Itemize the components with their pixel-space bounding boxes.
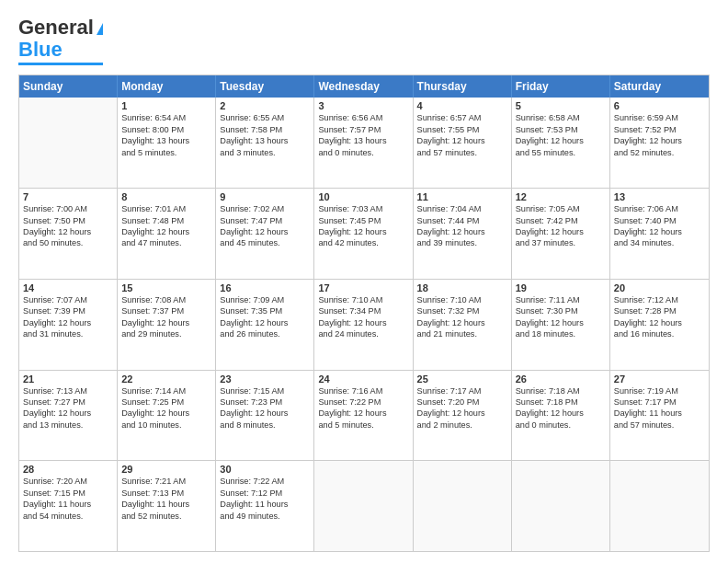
cell-info-line: and 57 minutes. (417, 147, 507, 158)
cell-info-line: Sunrise: 7:05 AM (516, 203, 606, 214)
day-cell-24: 24Sunrise: 7:16 AMSunset: 7:22 PMDayligh… (314, 371, 413, 461)
cell-info-line: Sunset: 8:00 PM (121, 124, 211, 135)
day-cell-23: 23Sunrise: 7:15 AMSunset: 7:23 PMDayligh… (216, 371, 314, 461)
cell-info-line: Daylight: 12 hours (417, 408, 507, 419)
day-number: 13 (614, 191, 705, 202)
cell-info-line: Sunrise: 7:10 AM (318, 294, 408, 305)
cell-info-line: and 10 minutes. (121, 419, 211, 431)
cell-info-line: Sunrise: 7:11 AM (516, 294, 606, 305)
day-number: 4 (417, 100, 507, 111)
calendar-row-4: 21Sunrise: 7:13 AMSunset: 7:27 PMDayligh… (19, 371, 709, 462)
day-cell-7: 7Sunrise: 7:00 AMSunset: 7:50 PMDaylight… (19, 189, 118, 279)
cell-info-line: Daylight: 12 hours (516, 408, 606, 419)
cell-info-line: Sunrise: 7:02 AM (220, 203, 310, 214)
cell-info-line: Daylight: 11 hours (121, 499, 211, 510)
cell-info-line: Sunrise: 7:15 AM (220, 385, 310, 396)
day-number: 12 (516, 191, 606, 202)
day-number: 17 (318, 282, 408, 293)
day-number: 10 (318, 191, 408, 202)
cell-info-line: Daylight: 12 hours (417, 226, 507, 237)
cell-info-line: Sunrise: 6:59 AM (614, 112, 705, 123)
cell-info-line: Sunrise: 7:14 AM (121, 385, 211, 396)
empty-cell-r4c5 (512, 461, 610, 551)
day-cell-18: 18Sunrise: 7:10 AMSunset: 7:32 PMDayligh… (414, 280, 512, 370)
cell-info-line: Daylight: 13 hours (220, 135, 310, 146)
cell-info-line: Sunrise: 7:22 AM (220, 476, 310, 487)
empty-cell-r0c0 (19, 98, 118, 188)
cell-info-line: Daylight: 12 hours (614, 317, 705, 328)
cell-info-line: Daylight: 12 hours (121, 226, 211, 237)
cell-info-line: Sunset: 7:28 PM (614, 305, 705, 316)
day-cell-17: 17Sunrise: 7:10 AMSunset: 7:34 PMDayligh… (314, 280, 413, 370)
cell-info-line: Sunset: 7:17 PM (614, 396, 705, 408)
calendar-row-1: 1Sunrise: 6:54 AMSunset: 8:00 PMDaylight… (19, 98, 709, 189)
day-number: 8 (121, 191, 211, 202)
cell-info-line: Sunrise: 6:57 AM (417, 112, 507, 123)
cell-info-line: and 39 minutes. (417, 237, 507, 248)
cell-info-line: Sunset: 7:25 PM (121, 396, 211, 408)
cell-info-line: and 31 minutes. (23, 328, 113, 339)
cell-info-line: and 16 minutes. (614, 328, 705, 339)
calendar-row-2: 7Sunrise: 7:00 AMSunset: 7:50 PMDaylight… (19, 189, 709, 280)
day-cell-14: 14Sunrise: 7:07 AMSunset: 7:39 PMDayligh… (19, 280, 118, 370)
weekday-header-saturday: Saturday (610, 75, 709, 98)
cell-info-line: and 52 minutes. (614, 147, 705, 158)
cell-info-line: Daylight: 12 hours (516, 317, 606, 328)
cell-info-line: Daylight: 12 hours (614, 135, 705, 146)
cell-info-line: Sunrise: 7:07 AM (23, 294, 113, 305)
day-number: 19 (516, 282, 606, 293)
weekday-header-sunday: Sunday (19, 75, 118, 98)
cell-info-line: Daylight: 13 hours (318, 135, 408, 146)
day-number: 3 (318, 100, 408, 111)
day-number: 5 (516, 100, 606, 111)
day-number: 30 (220, 464, 310, 475)
cell-info-line: Sunset: 7:55 PM (417, 124, 507, 135)
cell-info-line: Sunrise: 6:54 AM (121, 112, 211, 123)
cell-info-line: and 57 minutes. (614, 419, 705, 431)
cell-info-line: Daylight: 12 hours (220, 408, 310, 419)
day-number: 16 (220, 282, 310, 293)
cell-info-line: Sunset: 7:57 PM (318, 124, 408, 135)
logo: General Blue (18, 17, 103, 65)
day-cell-21: 21Sunrise: 7:13 AMSunset: 7:27 PMDayligh… (19, 371, 118, 461)
day-cell-3: 3Sunrise: 6:56 AMSunset: 7:57 PMDaylight… (314, 98, 413, 188)
cell-info-line: Sunrise: 7:21 AM (121, 476, 211, 487)
day-cell-9: 9Sunrise: 7:02 AMSunset: 7:47 PMDaylight… (216, 189, 314, 279)
cell-info-line: Sunrise: 7:12 AM (614, 294, 705, 305)
weekday-header-wednesday: Wednesday (314, 75, 413, 98)
cell-info-line: Sunset: 7:50 PM (23, 215, 113, 226)
day-cell-25: 25Sunrise: 7:17 AMSunset: 7:20 PMDayligh… (414, 371, 512, 461)
cell-info-line: Sunset: 7:22 PM (318, 396, 408, 408)
day-number: 18 (417, 282, 507, 293)
cell-info-line: and 5 minutes. (318, 419, 408, 431)
cell-info-line: Sunrise: 7:08 AM (121, 294, 211, 305)
weekday-header-monday: Monday (118, 75, 216, 98)
day-number: 25 (417, 373, 507, 385)
cell-info-line: and 45 minutes. (220, 237, 310, 248)
logo-underline (18, 63, 103, 65)
cell-info-line: and 37 minutes. (516, 237, 606, 248)
cell-info-line: Daylight: 12 hours (318, 226, 408, 237)
calendar-row-5: 28Sunrise: 7:20 AMSunset: 7:15 PMDayligh… (19, 461, 709, 551)
day-cell-16: 16Sunrise: 7:09 AMSunset: 7:35 PMDayligh… (216, 280, 314, 370)
cell-info-line: Daylight: 12 hours (516, 226, 606, 237)
cell-info-line: Sunrise: 7:00 AM (23, 203, 113, 214)
day-number: 7 (23, 191, 113, 202)
cell-info-line: Sunset: 7:34 PM (318, 305, 408, 316)
page: General Blue SundayMondayTuesdayWednesda… (0, 0, 728, 563)
day-number: 29 (121, 464, 211, 475)
cell-info-line: Daylight: 12 hours (23, 226, 113, 237)
cell-info-line: and 13 minutes. (23, 419, 113, 431)
day-cell-6: 6Sunrise: 6:59 AMSunset: 7:52 PMDaylight… (610, 98, 709, 188)
cell-info-line: Sunset: 7:52 PM (614, 124, 705, 135)
day-number: 6 (614, 100, 705, 111)
day-number: 22 (121, 373, 211, 385)
cell-info-line: Daylight: 12 hours (23, 317, 113, 328)
cell-info-line: Sunrise: 7:06 AM (614, 203, 705, 214)
cell-info-line: Sunset: 7:27 PM (23, 396, 113, 408)
cell-info-line: Sunset: 7:42 PM (516, 215, 606, 226)
day-number: 24 (318, 373, 408, 385)
day-number: 23 (220, 373, 310, 385)
cell-info-line: Sunrise: 7:09 AM (220, 294, 310, 305)
cell-info-line: Sunset: 7:58 PM (220, 124, 310, 135)
